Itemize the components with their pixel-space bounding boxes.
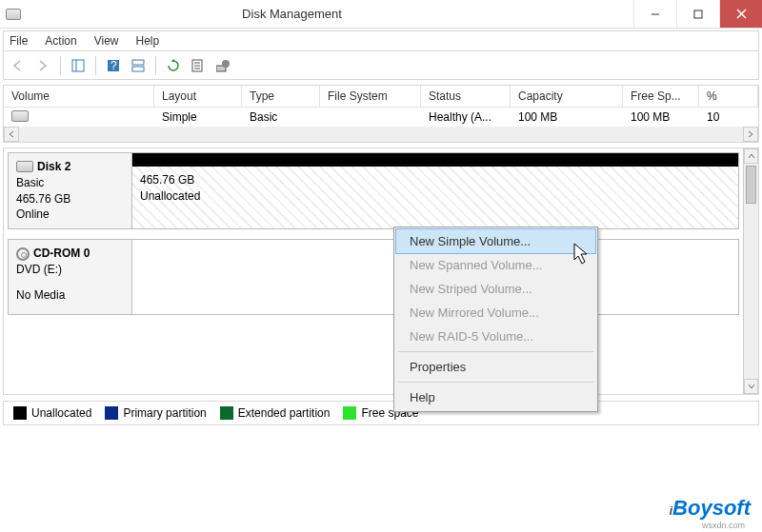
menu-file[interactable]: File: [10, 34, 28, 48]
cell-capacity: 100 MB: [511, 108, 623, 126]
partition-label: Unallocated: [140, 188, 731, 205]
scroll-down-button[interactable]: [744, 379, 758, 394]
legend-unallocated: Unallocated: [13, 406, 91, 420]
menu-bar: File Action View Help: [3, 30, 759, 51]
disk-name: Disk 2: [37, 159, 70, 175]
col-type[interactable]: Type: [242, 86, 320, 107]
close-button[interactable]: [719, 0, 762, 28]
minimize-button[interactable]: [633, 0, 676, 28]
svg-text:?: ?: [110, 59, 117, 72]
menu-help[interactable]: Help: [136, 34, 160, 48]
legend-extended: Extended partition: [220, 406, 331, 420]
cell-percent: 10: [699, 108, 758, 126]
menu-view[interactable]: View: [94, 34, 119, 48]
scroll-track[interactable]: [744, 164, 758, 379]
col-capacity[interactable]: Capacity: [511, 86, 623, 107]
horizontal-scrollbar[interactable]: [4, 127, 758, 142]
drive-state: No Media: [16, 287, 124, 304]
col-freespace[interactable]: Free Sp...: [623, 86, 699, 107]
volume-list-header: Volume Layout Type File System Status Ca…: [4, 86, 758, 108]
panel-icon[interactable]: [128, 55, 149, 76]
col-layout[interactable]: Layout: [154, 86, 242, 107]
watermark-url: wsxdn.com: [702, 521, 745, 530]
volume-icon: [11, 110, 29, 122]
col-percent[interactable]: %: [699, 86, 758, 107]
cell-filesystem: [320, 115, 421, 119]
disk-state: Online: [16, 207, 124, 223]
forward-button[interactable]: [32, 55, 53, 76]
volume-list: Volume Layout Type File System Status Ca…: [3, 85, 759, 143]
cell-volume: [4, 108, 154, 127]
scroll-up-button[interactable]: [744, 148, 758, 164]
disk-type: Basic: [16, 175, 124, 191]
disk-settings-icon[interactable]: [212, 55, 233, 76]
svg-rect-9: [132, 67, 144, 71]
menu-new-striped-volume: New Striped Volume...: [396, 277, 595, 301]
drive-label: DVD (E:): [16, 262, 124, 278]
menu-separator: [398, 382, 593, 383]
disk-size: 465.76 GB: [16, 191, 124, 207]
partition-color-bar: [132, 153, 738, 167]
menu-action[interactable]: Action: [45, 34, 76, 48]
toolbar-separator: [95, 56, 96, 75]
volume-row[interactable]: Simple Basic Healthy (A... 100 MB 100 MB…: [4, 108, 758, 127]
scroll-left-button[interactable]: [4, 127, 19, 142]
disk-row-disk2[interactable]: Disk 2 Basic 465.76 GB Online 465.76 GB …: [8, 152, 739, 229]
menu-separator: [398, 351, 593, 352]
toolbar-separator: [155, 56, 156, 75]
cdrom-icon: [16, 247, 30, 261]
svg-point-15: [222, 60, 230, 68]
menu-help[interactable]: Help: [396, 385, 595, 409]
disk-info: Disk 2 Basic 465.76 GB Online: [9, 153, 132, 228]
cell-freespace: 100 MB: [623, 108, 699, 126]
back-button[interactable]: [8, 55, 29, 76]
toolbar-separator: [60, 56, 61, 75]
refresh-icon[interactable]: [163, 55, 184, 76]
toolbar: ?: [3, 51, 759, 80]
cell-status: Healthy (A...: [421, 108, 511, 126]
col-status[interactable]: Status: [421, 86, 511, 107]
settings-list-icon[interactable]: [188, 55, 209, 76]
disk-name: CD-ROM 0: [33, 246, 90, 262]
window-title: Disk Management: [0, 7, 633, 21]
maximize-button[interactable]: [676, 0, 719, 28]
menu-new-spanned-volume: New Spanned Volume...: [396, 253, 595, 277]
menu-new-mirrored-volume: New Mirrored Volume...: [396, 301, 595, 325]
disk-partition-area: 465.76 GB Unallocated: [132, 153, 738, 228]
context-menu: New Simple Volume... New Spanned Volume.…: [393, 227, 598, 412]
vertical-scrollbar[interactable]: [743, 148, 758, 394]
svg-rect-8: [132, 60, 144, 65]
menu-new-raid5-volume: New RAID-5 Volume...: [396, 325, 595, 348]
partition-size: 465.76 GB: [140, 172, 731, 188]
legend-primary: Primary partition: [105, 406, 206, 420]
window-controls: [633, 0, 762, 28]
title-bar: Disk Management: [0, 0, 762, 29]
scroll-thumb[interactable]: [746, 166, 756, 204]
scroll-track[interactable]: [19, 127, 743, 142]
partition-unallocated[interactable]: 465.76 GB Unallocated: [132, 167, 738, 228]
disk-map: Disk 2 Basic 465.76 GB Online 465.76 GB …: [3, 148, 759, 395]
menu-new-simple-volume[interactable]: New Simple Volume...: [395, 228, 596, 254]
disk-icon: [16, 161, 33, 172]
help-icon[interactable]: ?: [103, 55, 124, 76]
svg-rect-4: [72, 60, 84, 71]
svg-rect-1: [694, 10, 702, 18]
cell-layout: Simple: [154, 108, 242, 126]
scroll-right-button[interactable]: [743, 127, 758, 142]
legend: Unallocated Primary partition Extended p…: [3, 401, 759, 425]
disk-info: CD-ROM 0 DVD (E:) No Media: [9, 240, 132, 314]
col-filesystem[interactable]: File System: [320, 86, 421, 107]
cell-type: Basic: [242, 108, 320, 126]
menu-properties[interactable]: Properties: [396, 355, 595, 379]
col-volume[interactable]: Volume: [4, 86, 154, 107]
layout-icon[interactable]: [68, 55, 89, 76]
disk-row-cdrom[interactable]: CD-ROM 0 DVD (E:) No Media: [8, 239, 739, 315]
watermark: iiBoysoftBoysoft: [670, 496, 751, 521]
